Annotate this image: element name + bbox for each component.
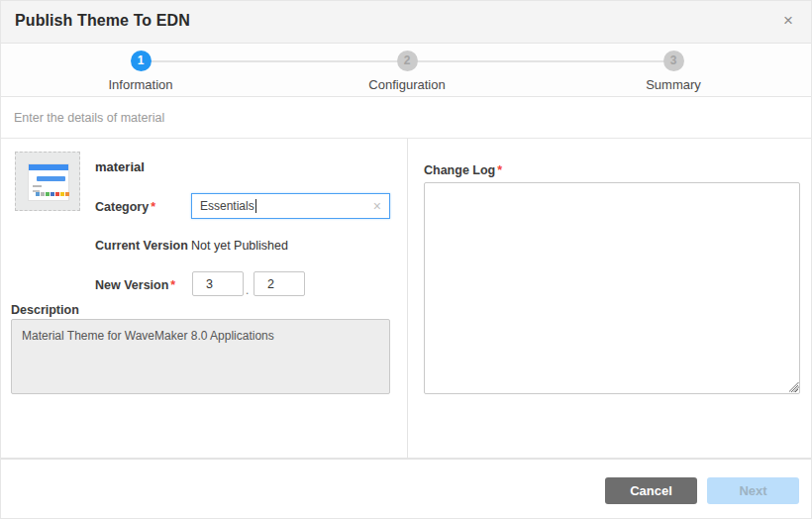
step-summary[interactable]: 3 Summary (604, 51, 743, 92)
version-minor-input[interactable] (254, 271, 305, 296)
current-version-label: Current Version (95, 239, 188, 253)
required-asterisk: * (497, 163, 502, 177)
description-label: Description (11, 303, 79, 317)
dialog-title: Publish Theme To EDN (15, 12, 190, 30)
clear-icon[interactable]: × (373, 198, 381, 214)
thumbnail-palette (36, 192, 69, 196)
category-value: Essentials (200, 199, 254, 213)
next-button[interactable]: Next (707, 477, 799, 504)
change-log-textarea[interactable] (424, 182, 800, 394)
dialog-header: Publish Theme To EDN × (1, 1, 811, 44)
step-1-label: Information (71, 77, 210, 92)
step-configuration[interactable]: 2 Configuration (338, 51, 476, 92)
theme-thumbnail (15, 152, 80, 211)
step-information[interactable]: 1 Information (71, 51, 210, 92)
version-major-input[interactable] (192, 271, 244, 296)
column-divider (407, 139, 408, 459)
current-version-value: Not yet Published (191, 239, 288, 253)
cancel-button[interactable]: Cancel (605, 477, 697, 504)
step-1-badge: 1 (131, 51, 152, 71)
step-3-label: Summary (604, 77, 743, 92)
publish-theme-dialog: Publish Theme To EDN × 1 Information 2 C… (0, 0, 812, 519)
main-content: material Category* Essentials × Current … (1, 139, 811, 459)
required-asterisk: * (151, 200, 155, 214)
close-icon[interactable]: × (777, 10, 799, 32)
version-separator: . (246, 283, 249, 297)
dialog-footer: Cancel Next (1, 460, 811, 519)
wizard-stepper: 1 Information 2 Configuration 3 Summary (1, 45, 811, 97)
new-version-label: New Version* (95, 278, 175, 292)
step-2-label: Configuration (338, 77, 476, 92)
category-label: Category* (95, 200, 155, 214)
theme-preview-icon (28, 163, 69, 201)
step-2-badge: 2 (397, 51, 418, 71)
required-asterisk: * (170, 278, 175, 292)
category-input[interactable]: Essentials × (191, 193, 390, 219)
subtitle-row: Enter the details of material (1, 98, 811, 139)
step-3-badge: 3 (663, 51, 684, 71)
subtitle-text: Enter the details of material (14, 111, 164, 125)
change-log-label: Change Log* (424, 163, 502, 177)
theme-name: material (95, 159, 145, 174)
description-textarea: Material Theme for WaveMaker 8.0 Applica… (11, 319, 390, 394)
text-caret (255, 199, 256, 213)
